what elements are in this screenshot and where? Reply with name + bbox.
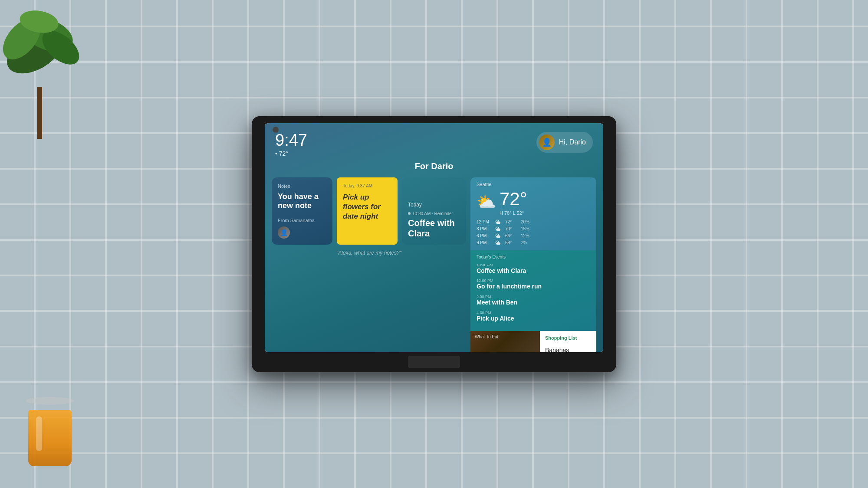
note-card-from: From Samanatha	[278, 218, 326, 223]
forecast-pct: 12%	[521, 233, 529, 238]
forecast-icon: 🌥	[494, 219, 502, 225]
shopping-list: BananasFlax seedGranolaProtein bars	[545, 344, 591, 352]
tv-frame: 9:47 • 72° 👤 Hi, Dario For Dario	[252, 116, 616, 372]
main-layout: Notes You have a new note From Samanatha…	[265, 177, 603, 352]
cards-row: Notes You have a new note From Samanatha…	[272, 177, 466, 245]
event-item[interactable]: 10:30 AM Coffee with Clara	[477, 263, 590, 275]
forecast-temp: 66°	[505, 233, 517, 238]
shopping-item: Bananas	[545, 344, 591, 352]
event-name: Meet with Ben	[477, 299, 590, 306]
event-time: 12:00 PM	[477, 278, 590, 283]
forecast-row: 6 PM 🌥 66° 12%	[477, 233, 590, 239]
reminder-badge: 10:30 AM · Reminder	[408, 211, 460, 216]
forecast-time: 3 PM	[477, 226, 490, 231]
note-card[interactable]: Notes You have a new note From Samanatha…	[272, 177, 332, 245]
forecast-icon: 🌥	[494, 240, 502, 246]
greeting-text: Hi, Dario	[559, 138, 586, 146]
event-item[interactable]: 2:00 PM Meet with Ben	[477, 295, 590, 306]
event-time: 4:30 PM	[477, 311, 590, 315]
forecast-row: 3 PM 🌥 70° 15%	[477, 226, 590, 232]
events-list: 10:30 AM Coffee with Clara 12:00 PM Go f…	[477, 263, 590, 322]
shopping-widget: Shopping List BananasFlax seedGranolaPro…	[540, 331, 596, 352]
events-widget[interactable]: Today's Events 10:30 AM Coffee with Clar…	[470, 250, 596, 331]
greeting-bubble[interactable]: 👤 Hi, Dario	[536, 132, 593, 153]
forecast-pct: 20%	[521, 219, 529, 224]
svg-rect-5	[37, 87, 42, 139]
sticky-text: Pick up flowers for date night	[343, 193, 391, 221]
recipe-widget[interactable]: What To Eat Grilled Chicken Avocado Sala…	[470, 331, 540, 352]
weather-main: ⛅ 72° H 78° L 52°	[477, 189, 590, 216]
reminder-dot	[408, 212, 411, 215]
recipe-what-to-eat: What To Eat	[475, 334, 498, 339]
forecast-temp: 72°	[505, 219, 517, 224]
event-item[interactable]: 4:30 PM Pick up Alice	[477, 311, 590, 322]
forecast-row: 9 PM 🌥 58° 2%	[477, 240, 590, 246]
weather-icon: ⛅	[477, 194, 496, 210]
sticky-date: Today, 9:37 AM	[343, 183, 391, 188]
weather-inline: • 72°	[275, 150, 307, 157]
weather-dot: •	[275, 150, 277, 157]
event-name: Pick up Alice	[477, 315, 590, 322]
avatar: 👤	[539, 134, 555, 150]
tv-screen-bezel: 9:47 • 72° 👤 Hi, Dario For Dario	[265, 123, 603, 352]
note-card-label: Notes	[278, 183, 326, 189]
shopping-title: Shopping List	[545, 335, 591, 341]
weather-lo: L 52°	[513, 210, 524, 216]
echo-show-screen: 9:47 • 72° 👤 Hi, Dario For Dario	[265, 123, 603, 352]
event-time: 10:30 AM	[477, 263, 590, 267]
event-time: 2:00 PM	[477, 295, 590, 299]
camera-dot	[273, 127, 279, 133]
weather-forecast: 12 PM 🌥 72° 20% 3 PM 🌥 70° 15% 6 PM 🌥 66…	[477, 219, 590, 246]
oj-glass	[26, 397, 74, 466]
weather-hilo: H 78° L 52°	[500, 210, 527, 216]
today-card[interactable]: Today 10:30 AM · Reminder Coffee with Cl…	[402, 177, 466, 245]
forecast-icon: 🌥	[494, 226, 502, 232]
forecast-row: 12 PM 🌥 72° 20%	[477, 219, 590, 225]
event-item[interactable]: 12:00 PM Go for a lunchtime run	[477, 278, 590, 290]
weather-temp: 72°	[500, 189, 527, 210]
left-panel: Notes You have a new note From Samanatha…	[272, 177, 466, 352]
screen-header: 9:47 • 72° 👤 Hi, Dario	[265, 123, 603, 161]
forecast-time: 6 PM	[477, 233, 490, 238]
forecast-time: 12 PM	[477, 219, 490, 224]
alexa-prompt: "Alexa, what are my notes?"	[272, 245, 466, 259]
note-card-title: You have a new note	[278, 192, 326, 211]
note-avatar: 👤	[278, 226, 290, 239]
forecast-pct: 2%	[521, 240, 527, 245]
for-user-label: For Dario	[265, 161, 603, 171]
clock-display: 9:47	[275, 132, 307, 148]
forecast-time: 9 PM	[477, 240, 490, 245]
reminder-time: 10:30 AM · Reminder	[412, 211, 453, 216]
forecast-pct: 15%	[521, 226, 529, 231]
today-label: Today	[408, 202, 460, 208]
today-event-name: Coffee with Clara	[408, 218, 460, 239]
event-name: Coffee with Clara	[477, 267, 590, 275]
right-panel: Seattle ⛅ 72° H 78° L 52°	[470, 177, 596, 352]
tv-stand	[408, 356, 460, 368]
bottom-right: What To Eat Grilled Chicken Avocado Sala…	[470, 331, 596, 352]
forecast-temp: 58°	[505, 240, 517, 245]
forecast-temp: 70°	[505, 226, 517, 231]
sticky-card[interactable]: Today, 9:37 AM Pick up flowers for date …	[337, 177, 398, 245]
time-weather-block: 9:47 • 72°	[275, 132, 307, 157]
plant-decoration	[0, 0, 95, 139]
weather-hi: H 78°	[500, 210, 512, 216]
events-title: Today's Events	[477, 255, 590, 259]
weather-city: Seattle	[477, 182, 590, 187]
weather-temp-inline: 72°	[279, 150, 288, 157]
event-name: Go for a lunchtime run	[477, 283, 590, 290]
forecast-icon: 🌥	[494, 233, 502, 239]
weather-widget[interactable]: Seattle ⛅ 72° H 78° L 52°	[470, 177, 596, 250]
